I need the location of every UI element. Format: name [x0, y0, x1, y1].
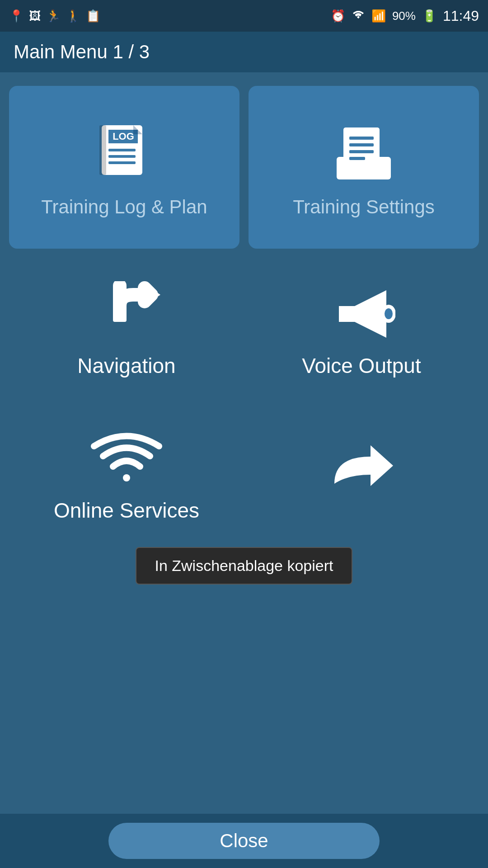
toast-text: In Zwischenablage kopiert	[155, 557, 333, 574]
wifi-icon	[352, 9, 365, 24]
title-bar: Main Menu 1 / 3	[0, 32, 488, 72]
voice-icon	[325, 281, 398, 344]
bottom-row: Online Services	[9, 411, 479, 538]
training-settings-button[interactable]: Training Settings	[249, 86, 479, 249]
signal-icon: 📶	[371, 9, 386, 23]
navigation-icon	[90, 281, 163, 344]
share-icon	[325, 439, 398, 502]
svg-text:LOG: LOG	[113, 131, 134, 142]
clipboard-icon: 📋	[86, 9, 100, 23]
close-button[interactable]: Close	[108, 823, 380, 859]
svg-rect-12	[349, 157, 365, 160]
svg-rect-1	[99, 125, 106, 175]
middle-row: Navigation Voice Output	[9, 267, 479, 393]
walk-icon: 🚶	[66, 9, 80, 23]
svg-rect-5	[108, 155, 136, 158]
navigation-button[interactable]: Navigation	[9, 267, 244, 393]
close-button-container: Close	[0, 814, 488, 868]
training-log-label: Training Log & Plan	[41, 196, 207, 218]
battery-text: 90%	[392, 9, 416, 23]
alarm-icon: ⏰	[331, 9, 345, 23]
status-bar: 📍 🖼 🏃 🚶 📋 ⏰ 📶 90% 🔋 11:49	[0, 0, 488, 32]
training-settings-label: Training Settings	[293, 196, 435, 218]
main-content: LOG Training Log & Plan	[0, 72, 488, 612]
status-right-icons: ⏰ 📶 90% 🔋 11:49	[331, 8, 479, 24]
toast-container: In Zwischenablage kopiert	[9, 547, 479, 585]
training-log-plan-button[interactable]: LOG Training Log & Plan	[9, 86, 239, 249]
image-icon: 🖼	[29, 9, 41, 23]
voice-output-button[interactable]: Voice Output	[244, 267, 479, 393]
status-left-icons: 📍 🖼 🏃 🚶 📋	[9, 9, 100, 23]
svg-rect-8	[343, 127, 380, 168]
online-services-button[interactable]: Online Services	[9, 411, 244, 538]
navigation-label: Navigation	[77, 354, 175, 378]
log-icon: LOG	[88, 116, 160, 189]
svg-point-17	[123, 474, 130, 481]
voice-output-label: Voice Output	[302, 354, 421, 378]
svg-rect-10	[349, 143, 374, 146]
settings-icon	[328, 116, 400, 189]
clipboard-toast: In Zwischenablage kopiert	[136, 547, 352, 585]
svg-rect-11	[349, 150, 374, 153]
location-icon: 📍	[9, 9, 23, 23]
svg-rect-6	[108, 161, 136, 164]
run-icon: 🏃	[46, 9, 61, 23]
online-icon	[90, 426, 163, 489]
top-row: LOG Training Log & Plan	[9, 86, 479, 249]
svg-point-16	[385, 308, 393, 319]
online-services-label: Online Services	[54, 498, 199, 523]
svg-rect-9	[349, 137, 374, 140]
battery-icon: 🔋	[422, 9, 436, 23]
time-display: 11:49	[443, 8, 479, 24]
share-button[interactable]	[244, 411, 479, 538]
page-title: Main Menu 1 / 3	[14, 41, 150, 63]
svg-rect-4	[108, 149, 136, 151]
